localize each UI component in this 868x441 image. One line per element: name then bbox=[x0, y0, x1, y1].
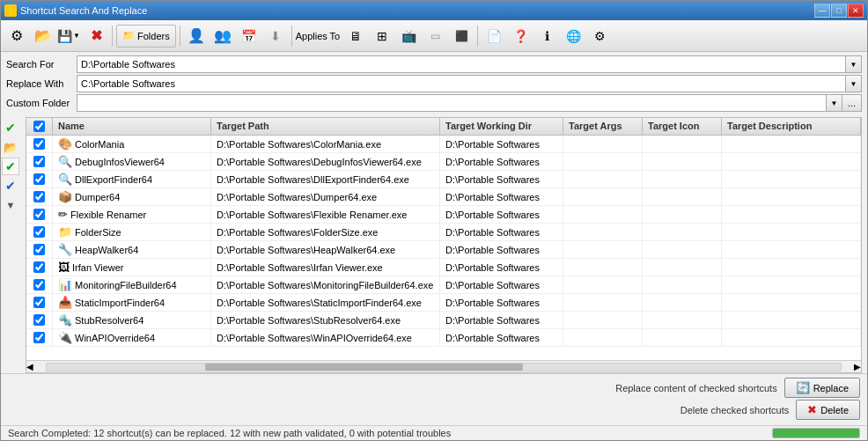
open-toolbar-btn[interactable]: 📂 bbox=[31, 24, 55, 48]
delete-btn[interactable]: ✖ Delete bbox=[796, 400, 860, 420]
row-args bbox=[563, 312, 643, 328]
left-toolbar: ✔ 📂 ✔ ✔ ▼ bbox=[1, 117, 20, 373]
separator-1 bbox=[112, 26, 113, 47]
row-checkbox[interactable] bbox=[33, 314, 45, 326]
folders-label: Folders bbox=[137, 31, 170, 41]
img2-toolbar-btn[interactable]: ⬛ bbox=[449, 24, 474, 48]
row-args bbox=[563, 329, 643, 346]
row-check-cell bbox=[26, 241, 53, 258]
select-all-checkbox[interactable] bbox=[33, 121, 45, 132]
row-icon-col bbox=[643, 206, 722, 223]
check-blue-btn[interactable]: ✔ bbox=[2, 177, 19, 195]
row-args bbox=[563, 224, 643, 240]
save-dropdown-arrow[interactable]: ▼ bbox=[71, 24, 82, 48]
row-checkbox[interactable] bbox=[33, 191, 45, 202]
row-target-path: D:\Portable Softwares\DebugInfosViewer64… bbox=[211, 153, 440, 170]
main-toolbar: ⚙ 📂 💾 ▼ ✖ 📁 Folders 👤 👥 📅 ⬇ Applies To 🖥… bbox=[1, 20, 867, 52]
row-args bbox=[563, 294, 643, 311]
doc-toolbar-btn[interactable]: 📄 bbox=[482, 24, 506, 48]
scroll-right-btn[interactable]: ▶ bbox=[854, 362, 861, 371]
validate-btn[interactable]: ✔ bbox=[2, 158, 19, 175]
row-checkbox[interactable] bbox=[33, 261, 45, 273]
delete-action-row: Delete checked shortcuts ✖ Delete bbox=[8, 400, 860, 420]
scroll-left-btn[interactable]: ◀ bbox=[26, 362, 33, 371]
custom-folder-dropdown[interactable]: ▼ bbox=[827, 94, 842, 112]
monitor-toolbar-btn[interactable]: 🖥 bbox=[343, 24, 368, 48]
maximize-btn[interactable]: □ bbox=[831, 4, 847, 18]
img1-toolbar-btn[interactable]: ▭ bbox=[423, 24, 447, 48]
replace-btn[interactable]: 🔄 Replace bbox=[784, 378, 860, 398]
check-all-btn[interactable]: ✔ bbox=[2, 119, 19, 136]
row-working-dir: D:\Portable Softwares bbox=[440, 259, 563, 276]
separator-4 bbox=[477, 26, 478, 47]
replace-with-label: Replace With bbox=[6, 78, 77, 89]
globe-toolbar-btn[interactable]: 🌐 bbox=[561, 24, 585, 48]
row-checkbox[interactable] bbox=[33, 209, 45, 220]
row-target-path: D:\Portable Softwares\MonitoringFileBuil… bbox=[211, 276, 440, 293]
row-name: Flexible Renamer bbox=[70, 209, 146, 220]
row-icon-col bbox=[643, 276, 722, 293]
row-checkbox[interactable] bbox=[33, 138, 45, 150]
row-name: HeapWalker64 bbox=[75, 245, 138, 255]
calendar-toolbar-btn[interactable]: 📅 bbox=[237, 24, 261, 48]
row-checkbox[interactable] bbox=[33, 332, 45, 343]
info-toolbar-btn[interactable]: ℹ bbox=[534, 24, 559, 48]
row-name: DebugInfosViewer64 bbox=[75, 157, 165, 167]
row-icon-col bbox=[643, 188, 722, 205]
new-toolbar-btn[interactable]: ⚙ bbox=[4, 24, 29, 48]
table-row: ✏ Flexible Renamer D:\Portable Softwares… bbox=[26, 206, 861, 224]
custom-folder-browse[interactable]: … bbox=[842, 94, 862, 112]
row-name: WinAPIOverride64 bbox=[75, 333, 155, 343]
row-description bbox=[722, 241, 861, 258]
folders-toolbar-btn[interactable]: 📁 Folders bbox=[116, 25, 176, 48]
row-name-cell: 📊 MonitoringFileBuilder64 bbox=[53, 276, 211, 293]
table-row: 🔍 DebugInfosViewer64 D:\Portable Softwar… bbox=[26, 153, 861, 171]
replace-with-dropdown[interactable]: ▼ bbox=[846, 75, 862, 92]
replace-with-input[interactable] bbox=[77, 75, 846, 92]
row-target-path: D:\Portable Softwares\StaticImportFinder… bbox=[211, 294, 440, 311]
row-checkbox[interactable] bbox=[33, 156, 45, 167]
row-check-cell bbox=[26, 188, 53, 205]
row-checkbox[interactable] bbox=[33, 279, 45, 290]
row-icon-col bbox=[643, 241, 722, 258]
users-toolbar-btn[interactable]: 👥 bbox=[210, 24, 235, 48]
help-toolbar-btn[interactable]: ❓ bbox=[508, 24, 533, 48]
header-icon: Target Icon bbox=[643, 118, 722, 135]
search-for-input[interactable] bbox=[77, 55, 846, 73]
table-row: 🔩 StubResolver64 D:\Portable Softwares\S… bbox=[26, 312, 861, 329]
minimize-btn[interactable]: — bbox=[814, 4, 830, 18]
display-toolbar-btn[interactable]: 📺 bbox=[396, 24, 421, 48]
filter-btn[interactable]: ▼ bbox=[2, 196, 19, 214]
header-name: Name bbox=[53, 118, 211, 135]
row-working-dir: D:\Portable Softwares bbox=[440, 171, 563, 187]
row-check-cell bbox=[26, 136, 53, 152]
row-name-cell: 🎨 ColorMania bbox=[53, 136, 211, 152]
row-target-path: D:\Portable Softwares\StubResolver64.exe bbox=[211, 312, 440, 328]
scrollbar-thumb[interactable] bbox=[205, 364, 523, 371]
custom-folder-input[interactable] bbox=[77, 94, 827, 112]
search-for-dropdown[interactable]: ▼ bbox=[846, 55, 862, 73]
row-working-dir: D:\Portable Softwares bbox=[440, 329, 563, 346]
arrow-toolbar-btn[interactable]: ⬇ bbox=[263, 24, 288, 48]
save-toolbar-btn[interactable]: 💾 bbox=[57, 24, 71, 48]
row-target-path: D:\Portable Softwares\Dumper64.exe bbox=[211, 188, 440, 205]
horizontal-scrollbar[interactable]: ◀ ▶ bbox=[26, 360, 861, 372]
replace-icon: 🔄 bbox=[796, 381, 810, 394]
row-checkbox[interactable] bbox=[33, 226, 45, 238]
row-checkbox[interactable] bbox=[33, 244, 45, 255]
win-toolbar-btn[interactable]: ⊞ bbox=[370, 24, 394, 48]
gear2-toolbar-btn[interactable]: ⚙ bbox=[587, 24, 612, 48]
row-checkbox[interactable] bbox=[33, 297, 45, 308]
close-btn[interactable]: ✕ bbox=[848, 4, 864, 18]
open-list-btn[interactable]: 📂 bbox=[2, 138, 19, 156]
row-checkbox[interactable] bbox=[33, 173, 45, 185]
stop-toolbar-btn[interactable]: ✖ bbox=[84, 24, 108, 48]
row-description bbox=[722, 136, 861, 152]
row-args bbox=[563, 241, 643, 258]
title-bar: ⚡ Shortcut Search And Replace — □ ✕ bbox=[1, 1, 867, 20]
header-description: Target Description bbox=[722, 118, 861, 135]
window-controls: — □ ✕ bbox=[814, 4, 864, 18]
user-toolbar-btn[interactable]: 👤 bbox=[184, 24, 209, 48]
main-content: ✔ 📂 ✔ ✔ ▼ Name Target Path Target Workin… bbox=[1, 117, 867, 373]
save-dropdown: 💾 ▼ bbox=[57, 24, 82, 48]
